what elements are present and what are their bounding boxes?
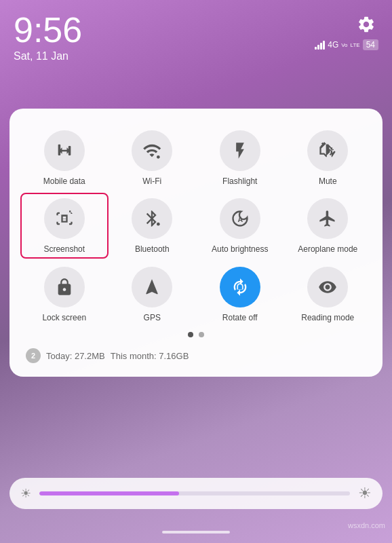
month-usage: This month: 7.16GB (111, 351, 189, 361)
flashlight-icon (231, 141, 250, 160)
battery-level: 54 (363, 39, 378, 50)
reading-mode-label: Reading mode (301, 313, 354, 322)
wifi-icon (142, 141, 161, 160)
brightness-track[interactable] (39, 491, 350, 495)
brightness-low-icon: ☀ (20, 486, 31, 501)
tiles-grid: Mobile data Wi-Fi Flashlight (20, 125, 372, 326)
watermark: wsxdn.com (348, 521, 385, 529)
brightness-bar[interactable]: ☀ ☀ (9, 478, 383, 509)
tile-mute[interactable]: Mute (284, 125, 372, 190)
tile-reading-mode[interactable]: Reading mode (284, 261, 372, 326)
tile-bluetooth[interactable]: Bluetooth (109, 193, 197, 258)
auto-brightness-label: Auto brightness (212, 244, 268, 254)
data-usage-bar: 2 Today: 27.2MB This month: 7.16GB (20, 345, 372, 366)
status-bar: 9:56 Sat, 11 Jan 4G Vo LTE 54 (0, 0, 392, 62)
lock-icon (55, 278, 74, 297)
tile-mobile-data[interactable]: Mobile data (20, 125, 109, 190)
dot-2[interactable] (199, 332, 204, 337)
svg-text:A: A (237, 215, 243, 223)
mobile-data-label: Mobile data (43, 176, 85, 186)
tile-lock-screen[interactable]: Lock screen (20, 261, 109, 326)
quick-settings-panel: Mobile data Wi-Fi Flashlight (9, 109, 383, 377)
aeroplane-label: Aeroplane mode (298, 244, 357, 254)
lock-screen-label: Lock screen (42, 313, 86, 322)
svg-rect-0 (58, 145, 60, 155)
gear-icon (357, 15, 376, 34)
tile-flashlight[interactable]: Flashlight (196, 125, 284, 190)
flashlight-label: Flashlight (222, 176, 257, 186)
tile-gps[interactable]: GPS (109, 261, 197, 326)
mute-label: Mute (319, 176, 337, 186)
svg-point-2 (157, 155, 160, 159)
wifi-label: Wi-Fi (142, 176, 161, 186)
screenshot-icon-circle (44, 198, 85, 239)
svg-rect-1 (68, 146, 71, 155)
gps-icon-circle (132, 267, 172, 307)
auto-brightness-icon: A (231, 209, 250, 228)
bluetooth-label: Bluetooth (135, 244, 170, 254)
tile-aeroplane[interactable]: Aeroplane mode (284, 193, 372, 258)
mobile-data-icon (55, 141, 74, 160)
aeroplane-icon-circle (307, 198, 348, 239)
mute-icon (318, 141, 337, 160)
screenshot-label: Screenshot (43, 244, 85, 254)
lock-screen-icon-circle (44, 267, 85, 307)
network-type: 4G (328, 40, 338, 50)
gps-label: GPS (144, 313, 161, 322)
data-badge: 2 (26, 348, 41, 363)
gps-icon (142, 278, 161, 297)
reading-icon (318, 278, 337, 297)
tile-wifi[interactable]: Wi-Fi (109, 125, 197, 190)
auto-brightness-icon-circle: A (220, 198, 260, 239)
tile-auto-brightness[interactable]: A Auto brightness (196, 193, 284, 258)
screenshot-icon (55, 209, 74, 228)
reading-mode-icon-circle (307, 267, 348, 307)
page-dots (20, 332, 372, 337)
tile-screenshot[interactable]: Screenshot (20, 193, 109, 258)
today-usage: Today: 27.2MB (46, 351, 105, 361)
mute-icon-circle (307, 130, 348, 171)
mobile-data-icon-circle (44, 130, 85, 171)
rotate-icon-circle (220, 267, 260, 307)
rotate-icon (231, 278, 250, 297)
flashlight-icon-circle (220, 130, 260, 171)
aeroplane-icon (318, 209, 337, 228)
svg-point-3 (157, 223, 160, 226)
bluetooth-icon (142, 209, 161, 228)
tile-rotate-off[interactable]: Rotate off (196, 261, 284, 326)
clock: 9:56 (14, 12, 82, 48)
rotate-off-label: Rotate off (222, 313, 258, 322)
wifi-icon-circle (132, 130, 172, 171)
signal-icon (315, 40, 325, 50)
bluetooth-icon-circle (132, 198, 172, 239)
date: Sat, 11 Jan (14, 50, 82, 62)
brightness-fill (39, 491, 179, 495)
brightness-high-icon: ☀ (358, 485, 372, 502)
dot-1[interactable] (188, 332, 193, 337)
settings-button[interactable] (354, 12, 378, 37)
home-indicator (162, 531, 230, 533)
status-icons: 4G Vo LTE 54 (315, 39, 378, 50)
